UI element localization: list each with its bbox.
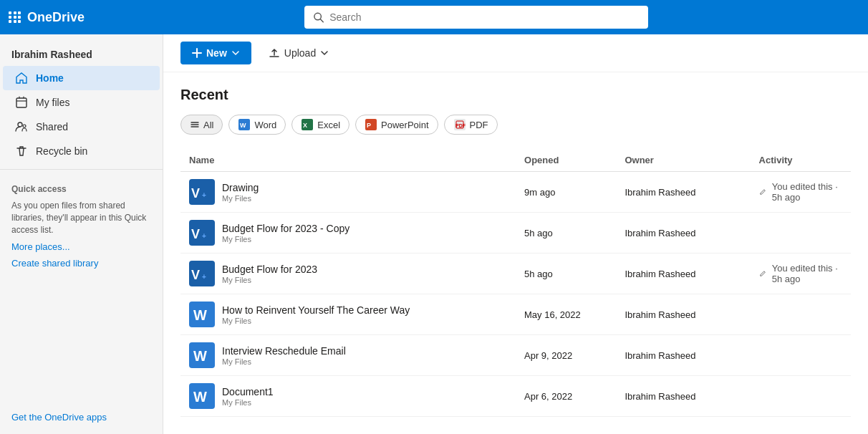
activity-cell: You edited this · 5h ago bbox=[759, 181, 842, 203]
col-header-opened: Opened bbox=[516, 149, 616, 172]
sidebar-item-recycle[interactable]: Recycle bin bbox=[3, 139, 160, 163]
file-table: Name Opened Owner Activity V+ Drawing My… bbox=[180, 149, 851, 417]
pdf-pill-icon: PDF bbox=[453, 118, 466, 131]
file-activity bbox=[751, 294, 851, 335]
svg-text:W: W bbox=[193, 307, 207, 323]
sidebar-myfiles-label: My files bbox=[36, 97, 69, 108]
file-location: My Files bbox=[222, 194, 259, 203]
file-opened: Apr 6, 2022 bbox=[516, 376, 616, 417]
file-activity: You edited this · 5h ago bbox=[751, 254, 851, 294]
sidebar-divider bbox=[0, 169, 163, 170]
svg-text:+: + bbox=[202, 232, 206, 240]
file-name: Drawing bbox=[222, 182, 259, 193]
more-places-link[interactable]: More places... bbox=[0, 238, 163, 255]
layout: Ibrahim Rasheed Home My files bbox=[0, 34, 868, 434]
col-header-activity: Activity bbox=[751, 149, 851, 172]
file-icon: V+ bbox=[189, 179, 215, 205]
edit-icon bbox=[759, 187, 766, 197]
file-owner: Ibrahim Rasheed bbox=[616, 254, 750, 294]
file-opened: 5h ago bbox=[516, 254, 616, 294]
create-shared-link[interactable]: Create shared library bbox=[0, 255, 163, 271]
table-row[interactable]: W Document1 My Files Apr 6, 2022 Ibrahim… bbox=[180, 376, 851, 417]
file-location: My Files bbox=[222, 357, 346, 366]
file-name: Interview Reschedule Email bbox=[222, 345, 346, 357]
filter-word[interactable]: W Word bbox=[228, 115, 286, 135]
grid-icon[interactable] bbox=[9, 11, 21, 23]
shared-icon bbox=[14, 120, 29, 133]
trash-icon bbox=[14, 145, 29, 158]
activity-text: You edited this · 5h ago bbox=[772, 181, 842, 203]
file-activity bbox=[751, 376, 851, 417]
col-header-name: Name bbox=[180, 149, 516, 172]
table-row[interactable]: W Interview Reschedule Email My Files Ap… bbox=[180, 335, 851, 376]
search-box[interactable] bbox=[304, 6, 648, 29]
file-location: My Files bbox=[222, 317, 410, 325]
file-opened: Apr 9, 2022 bbox=[516, 335, 616, 376]
file-owner: Ibrahim Rasheed bbox=[616, 213, 750, 254]
toolbar: New Upload bbox=[163, 34, 868, 72]
file-name-cell[interactable]: V+ Budget Flow for 2023 - Copy My Files bbox=[180, 213, 516, 254]
word-pill-icon: W bbox=[238, 118, 251, 131]
plus-icon bbox=[192, 48, 202, 58]
file-name-cell[interactable]: W How to Reinvent Yourself The Career Wa… bbox=[180, 294, 516, 335]
file-name: Budget Flow for 2023 - Copy bbox=[222, 223, 349, 234]
quick-access-title: Quick access bbox=[0, 175, 163, 197]
file-opened: 5h ago bbox=[516, 213, 616, 254]
filter-all[interactable]: All bbox=[180, 115, 223, 135]
sidebar-recycle-label: Recycle bin bbox=[36, 145, 87, 157]
svg-text:V: V bbox=[191, 186, 200, 201]
file-opened: May 16, 2022 bbox=[516, 294, 616, 335]
svg-text:W: W bbox=[193, 348, 207, 364]
file-owner: Ibrahim Rasheed bbox=[616, 335, 750, 376]
file-name-cell[interactable]: V+ Budget Flow for 2023 My Files bbox=[180, 254, 516, 294]
file-activity bbox=[751, 335, 851, 376]
filter-pdf[interactable]: PDF PDF bbox=[444, 115, 498, 135]
file-activity: You edited this · 5h ago bbox=[751, 172, 851, 213]
sidebar-item-shared[interactable]: Shared bbox=[3, 115, 160, 139]
svg-text:X: X bbox=[303, 122, 307, 129]
svg-text:W: W bbox=[193, 389, 207, 405]
content-area: Recent All W Word bbox=[163, 72, 868, 417]
files-icon bbox=[14, 96, 29, 109]
file-owner: Ibrahim Rasheed bbox=[616, 376, 750, 417]
sidebar-shared-label: Shared bbox=[36, 121, 68, 132]
table-row[interactable]: V+ Drawing My Files 9m ago Ibrahim Rashe… bbox=[180, 172, 851, 213]
sidebar-item-myfiles[interactable]: My files bbox=[3, 90, 160, 115]
table-row[interactable]: V+ Budget Flow for 2023 - Copy My Files … bbox=[180, 213, 851, 254]
file-name-cell[interactable]: V+ Drawing My Files bbox=[180, 172, 516, 213]
ppt-pill-icon: P bbox=[365, 118, 377, 131]
table-row[interactable]: V+ Budget Flow for 2023 My Files 5h ago … bbox=[180, 254, 851, 294]
filter-excel[interactable]: X Excel bbox=[291, 115, 349, 135]
col-header-owner: Owner bbox=[616, 149, 750, 172]
new-button[interactable]: New bbox=[180, 42, 251, 64]
file-icon: W bbox=[189, 383, 215, 409]
svg-text:V: V bbox=[191, 268, 200, 282]
app-name: OneDrive bbox=[27, 10, 85, 25]
app-logo[interactable]: OneDrive bbox=[9, 10, 85, 25]
section-title: Recent bbox=[180, 87, 851, 103]
upload-icon bbox=[269, 47, 280, 59]
svg-rect-2 bbox=[16, 98, 26, 107]
upload-button[interactable]: Upload bbox=[260, 42, 337, 64]
svg-line-1 bbox=[320, 19, 323, 22]
table-row[interactable]: W How to Reinvent Yourself The Career Wa… bbox=[180, 294, 851, 335]
file-icon: V+ bbox=[189, 220, 215, 246]
file-icon: W bbox=[189, 302, 215, 327]
file-owner: Ibrahim Rasheed bbox=[616, 294, 750, 335]
filter-powerpoint[interactable]: P PowerPoint bbox=[355, 115, 438, 135]
svg-text:PDF: PDF bbox=[455, 123, 466, 128]
activity-cell: You edited this · 5h ago bbox=[759, 263, 842, 284]
sidebar-user: Ibrahim Rasheed bbox=[0, 40, 163, 66]
file-name: Document1 bbox=[222, 386, 274, 397]
file-opened: 9m ago bbox=[516, 172, 616, 213]
search-input[interactable] bbox=[329, 11, 640, 23]
sidebar-item-home[interactable]: Home bbox=[3, 66, 160, 90]
file-location: My Files bbox=[222, 235, 349, 243]
file-name-cell[interactable]: W Document1 My Files bbox=[180, 376, 516, 417]
file-name: How to Reinvent Yourself The Career Way bbox=[222, 304, 410, 316]
file-name-cell[interactable]: W Interview Reschedule Email My Files bbox=[180, 335, 516, 376]
table-header-row: Name Opened Owner Activity bbox=[180, 149, 851, 172]
file-location: My Files bbox=[222, 398, 274, 407]
search-icon bbox=[313, 11, 324, 23]
get-apps-link[interactable]: Get the OneDrive apps bbox=[0, 406, 163, 428]
